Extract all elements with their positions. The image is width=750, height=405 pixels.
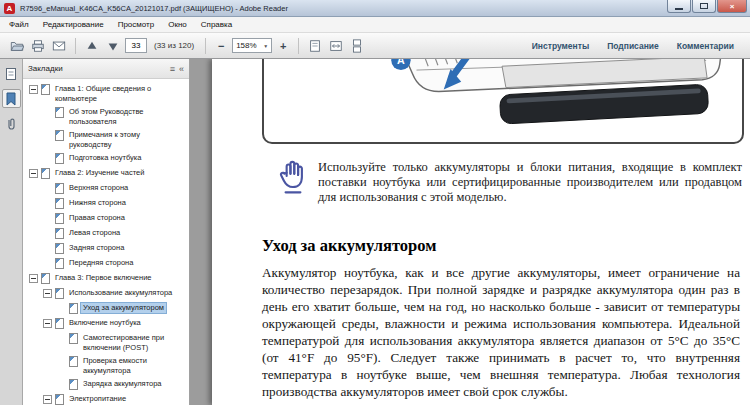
bookmark-expander[interactable] — [29, 274, 38, 283]
bookmark-page-icon — [55, 153, 64, 164]
bookmark-item[interactable]: Нижняя сторона — [25, 196, 187, 211]
minimize-button[interactable] — [667, 0, 691, 13]
bookmark-item[interactable]: Правая сторона — [25, 211, 187, 226]
fit-page-icon — [308, 39, 322, 53]
collapse-panel-icon[interactable]: « — [179, 64, 184, 74]
bookmarks-panel-button[interactable] — [2, 89, 21, 108]
bookmark-item[interactable]: Включение ноутбука — [25, 316, 187, 331]
menu-item-label: Файл — [9, 20, 29, 29]
bookmark-label: Правая сторона — [67, 213, 127, 223]
bookmark-label: Уход за аккумулятором — [81, 303, 166, 313]
bookmark-expander[interactable] — [43, 289, 52, 298]
zoom-out-button[interactable]: − — [213, 37, 229, 55]
bookmark-page-icon — [55, 243, 64, 254]
scroll-mode-icon — [350, 39, 364, 53]
bookmark-page-icon — [55, 183, 64, 194]
bookmark-label: Глава 2: Изучение частей — [53, 168, 146, 178]
bookmark-item[interactable]: Глава 3: Первое включение — [25, 271, 187, 286]
panel-toggle-label: Комментарии — [677, 41, 734, 51]
bookmark-item[interactable]: Об этом Руководстве пользователя — [25, 105, 187, 128]
bookmark-page-icon — [55, 394, 64, 405]
battery-install-illustration: A — [264, 59, 742, 142]
panel-toggle-button[interactable]: Подписание — [607, 41, 659, 51]
menu-item[interactable]: Файл — [2, 17, 36, 33]
bookmark-item[interactable]: Подготовка ноутбука — [25, 151, 187, 166]
page-count-label: (33 из 120) — [154, 41, 194, 50]
page-up-icon — [85, 39, 99, 53]
bookmark-label: Нижняя сторона — [67, 198, 128, 208]
bookmark-label: Левая сторона — [67, 228, 122, 238]
section-heading: Уход за аккумулятором — [262, 236, 436, 256]
previous-page-button[interactable] — [83, 37, 101, 55]
bookmark-item[interactable]: Самотестирование при включении (POST) — [25, 331, 187, 354]
bookmark-page-icon — [55, 130, 64, 141]
bookmark-page-icon — [55, 198, 64, 209]
bookmark-item[interactable]: Задняя сторона — [25, 241, 187, 256]
panel-toggle-button[interactable]: Инструменты — [532, 41, 589, 51]
bookmark-page-icon — [55, 318, 64, 329]
zoom-in-button[interactable]: + — [275, 37, 291, 55]
zoom-level-select[interactable]: 158% ▼ — [232, 38, 272, 53]
bookmark-item[interactable]: Зарядка аккумулятора — [25, 377, 187, 392]
bookmark-label: Подготовка ноутбука — [67, 153, 143, 163]
page-thumbnails-button[interactable] — [2, 64, 21, 83]
bookmark-item[interactable]: Глава 1: Общие сведения о компьютере — [25, 82, 187, 105]
panel-options-icon[interactable]: ≡ — [170, 64, 175, 74]
menu-item[interactable]: Справка — [194, 17, 239, 33]
navigation-pane-strip — [0, 59, 23, 405]
bookmark-expander[interactable] — [43, 319, 52, 328]
bookmark-item[interactable]: Электропитание — [25, 392, 187, 405]
bookmark-page-icon — [55, 228, 64, 239]
panel-toggle-button[interactable]: Комментарии — [677, 41, 734, 51]
menu-item[interactable]: Окно — [161, 17, 194, 33]
scroll-mode-button[interactable] — [348, 37, 366, 55]
bookmark-label: Примечания к этому руководству — [67, 130, 185, 149]
notice-text: Используйте только аккумуляторы и блоки … — [318, 160, 742, 204]
bookmark-page-icon — [69, 356, 78, 367]
bookmarks-panel-header: Закладки ≡ « — [23, 59, 189, 79]
page-number-input[interactable] — [125, 38, 147, 53]
bookmark-expander[interactable] — [43, 395, 52, 404]
bookmarks-tree: Глава 1: Общие сведения о компьютере Об … — [23, 79, 189, 405]
fit-width-icon — [329, 39, 343, 53]
bookmark-expander[interactable] — [29, 85, 38, 94]
bookmark-page-icon — [55, 213, 64, 224]
bookmark-page-icon — [41, 84, 50, 95]
bookmark-item[interactable]: Передняя сторона — [25, 256, 187, 271]
bookmark-item[interactable]: Проверка емкости аккумулятора — [25, 354, 187, 377]
fit-width-button[interactable] — [327, 37, 345, 55]
open-file-button[interactable] — [8, 37, 26, 55]
menu-item-label: Окно — [168, 20, 187, 29]
toolbar-separator — [298, 38, 299, 54]
important-hand-icon — [276, 159, 310, 195]
bookmark-page-icon — [69, 303, 78, 314]
menu-item-label: Справка — [201, 20, 232, 29]
bookmark-item[interactable]: Использование аккумулятора — [25, 286, 187, 301]
attachments-panel-button[interactable] — [2, 114, 21, 133]
bookmark-item[interactable]: Примечания к этому руководству — [25, 128, 187, 151]
bookmark-expander[interactable] — [29, 169, 38, 178]
bookmark-label: Об этом Руководстве пользователя — [67, 107, 185, 126]
bookmark-item[interactable]: Верхняя сторона — [25, 181, 187, 196]
fit-page-button[interactable] — [306, 37, 324, 55]
bookmark-page-icon — [69, 379, 78, 390]
next-page-button[interactable] — [104, 37, 122, 55]
maximize-button[interactable] — [692, 0, 716, 13]
document-view[interactable]: A Используйте только аккумуляторы и блок… — [190, 59, 750, 405]
close-button[interactable]: × — [717, 0, 747, 13]
bookmark-label: Глава 1: Общие сведения о компьютере — [53, 84, 185, 103]
menu-item[interactable]: Редактирование — [36, 17, 111, 33]
bookmark-item[interactable]: Левая сторона — [25, 226, 187, 241]
bookmark-item[interactable]: Уход за аккумулятором — [25, 301, 187, 316]
menu-item[interactable]: Просмотр — [111, 17, 162, 33]
chevron-down-icon: ▼ — [263, 43, 268, 49]
print-button[interactable] — [29, 37, 47, 55]
adobe-reader-window: { "window": { "title": "R7596_eManual_K4… — [0, 0, 750, 405]
thumbnails-icon — [5, 67, 17, 81]
maximize-icon — [700, 3, 708, 9]
bookmark-item[interactable]: Глава 2: Изучение частей — [25, 166, 187, 181]
email-button[interactable] — [50, 37, 68, 55]
bookmark-label: Электропитание — [67, 394, 128, 404]
bookmark-page-icon — [41, 168, 50, 179]
bookmark-label: Зарядка аккумулятора — [81, 379, 164, 389]
